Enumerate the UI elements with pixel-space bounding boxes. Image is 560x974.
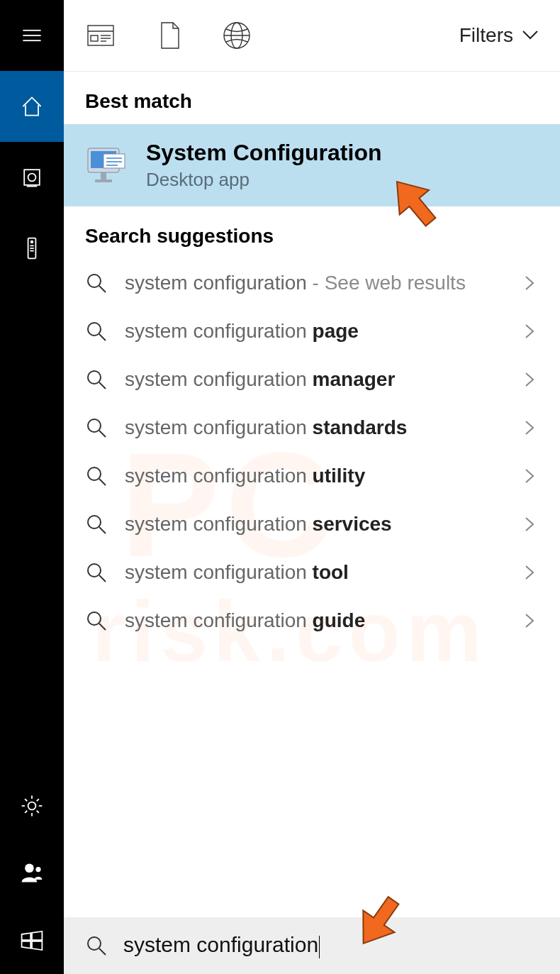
chevron-right-icon (520, 515, 539, 533)
svg-line-19 (37, 799, 39, 801)
svg-point-43 (88, 371, 101, 384)
search-icon (85, 513, 108, 536)
windows-icon (19, 928, 45, 953)
svg-line-54 (99, 624, 106, 630)
suggestion-text: system configuration tool (125, 561, 520, 584)
msconfig-icon (85, 144, 128, 187)
filter-apps[interactable] (84, 18, 118, 52)
svg-point-45 (88, 419, 101, 432)
suggestion-text: system configuration standards (125, 416, 520, 439)
chevron-right-icon (520, 467, 539, 485)
document-icon (153, 20, 184, 51)
account-icon (19, 860, 45, 886)
search-query-text: system configuration (123, 933, 318, 956)
hamburger-button[interactable] (0, 0, 64, 71)
search-icon (85, 320, 108, 343)
rail-home[interactable] (0, 71, 64, 142)
search-filter-bar: Filters (64, 0, 560, 72)
suggestion-text: system configuration page (125, 320, 520, 343)
chevron-right-icon (520, 419, 539, 437)
search-suggestion[interactable]: system configuration services (64, 500, 560, 548)
chevron-down-icon (520, 26, 540, 45)
search-icon (85, 416, 108, 439)
svg-point-47 (88, 467, 101, 480)
svg-point-7 (31, 241, 33, 243)
search-suggestion[interactable]: system configuration tool (64, 548, 560, 597)
search-suggestion[interactable]: system configuration manager (64, 355, 560, 404)
chevron-right-icon (520, 322, 539, 341)
svg-line-16 (25, 799, 27, 801)
suggestion-text: system configuration utility (125, 465, 520, 487)
best-match-subtitle: Desktop app (146, 169, 381, 191)
svg-rect-34 (95, 179, 112, 182)
search-icon (85, 934, 108, 957)
search-icon (85, 609, 108, 632)
svg-rect-24 (91, 35, 98, 41)
remote-icon (19, 236, 45, 261)
suggestion-text: system configuration services (125, 513, 520, 536)
chevron-right-icon (520, 611, 539, 630)
svg-point-49 (88, 516, 101, 528)
svg-line-44 (99, 382, 106, 389)
best-match-result[interactable]: System Configuration Desktop app (64, 124, 560, 206)
svg-line-17 (37, 810, 39, 812)
search-results: PC risk.com Best match (64, 72, 560, 917)
globe-icon (221, 20, 252, 51)
svg-point-21 (35, 867, 40, 872)
gear-icon (19, 793, 45, 819)
svg-point-39 (88, 275, 101, 287)
svg-rect-33 (101, 172, 106, 179)
svg-point-11 (28, 802, 36, 809)
svg-point-53 (88, 612, 101, 625)
search-suggestion[interactable]: system configuration - See web results (64, 259, 560, 307)
search-box[interactable]: system configuration (64, 917, 560, 974)
chevron-right-icon (520, 563, 539, 582)
svg-point-4 (28, 174, 36, 182)
filters-label: Filters (459, 24, 513, 47)
svg-line-18 (25, 810, 27, 812)
rail-start[interactable] (19, 907, 45, 974)
suggestions-heading: Search suggestions (64, 206, 560, 259)
rail-account[interactable] (19, 839, 45, 907)
search-icon (85, 465, 108, 487)
chevron-right-icon (520, 274, 539, 292)
suggestion-text: system configuration guide (125, 609, 520, 632)
suggestion-text: system configuration - See web results (125, 272, 520, 294)
search-suggestion[interactable]: system configuration utility (64, 452, 560, 500)
camera-icon (19, 165, 45, 190)
svg-line-48 (99, 479, 106, 485)
svg-line-52 (99, 575, 106, 582)
svg-line-42 (99, 334, 106, 341)
svg-line-50 (99, 527, 106, 533)
search-icon (85, 272, 108, 294)
search-suggestion[interactable]: system configuration page (64, 307, 560, 355)
svg-line-40 (99, 286, 106, 292)
search-icon (85, 368, 108, 391)
filters-dropdown[interactable]: Filters (459, 24, 540, 47)
start-menu-rail (0, 0, 64, 974)
filter-web[interactable] (220, 18, 254, 52)
svg-rect-3 (24, 170, 40, 185)
svg-point-20 (25, 863, 34, 873)
rail-camera[interactable] (0, 142, 64, 213)
svg-point-55 (88, 937, 101, 950)
apps-icon (85, 20, 116, 51)
search-suggestion[interactable]: system configuration standards (64, 404, 560, 452)
menu-icon (19, 23, 45, 48)
best-match-heading: Best match (64, 72, 560, 124)
svg-line-56 (99, 948, 106, 955)
search-suggestion[interactable]: system configuration guide (64, 597, 560, 645)
search-icon (85, 561, 108, 584)
best-match-title: System Configuration (146, 140, 381, 166)
rail-settings[interactable] (19, 772, 45, 839)
text-caret (319, 936, 320, 958)
svg-line-46 (99, 431, 106, 437)
suggestion-text: system configuration manager (125, 368, 520, 391)
rail-remote[interactable] (0, 213, 64, 284)
svg-point-51 (88, 564, 101, 577)
search-panel: Filters PC risk.com Best match (64, 0, 560, 974)
home-icon (19, 94, 45, 119)
filter-documents[interactable] (152, 18, 186, 52)
chevron-right-icon (520, 370, 539, 389)
svg-point-41 (88, 323, 101, 336)
